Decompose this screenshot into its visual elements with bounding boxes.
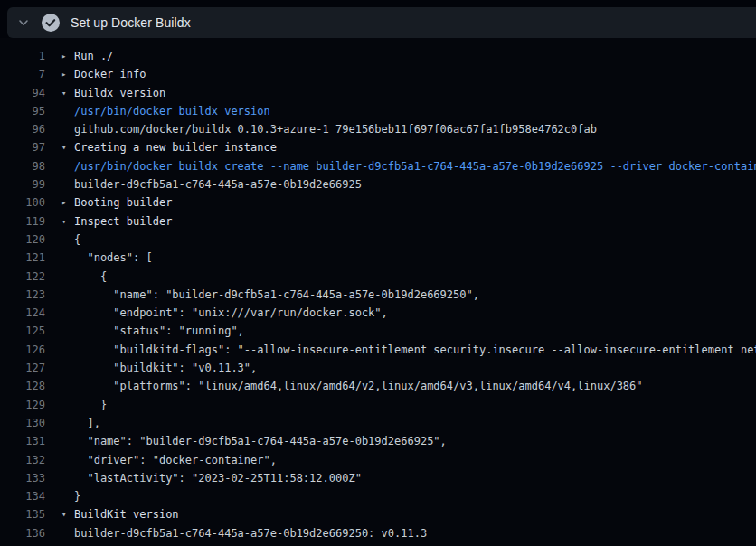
- line-number-link[interactable]: 134: [0, 487, 45, 505]
- line-number-link[interactable]: 132: [0, 451, 45, 469]
- line-number-link[interactable]: 99: [0, 175, 45, 193]
- log-line: 122 {: [0, 268, 756, 286]
- line-number-link[interactable]: 126: [0, 341, 45, 359]
- output-text: builder-d9cfb5a1-c764-445a-a57e-0b19d2e6…: [74, 175, 362, 193]
- log-line: 121 "nodes": [: [0, 249, 756, 267]
- group-title[interactable]: Creating a new builder instance: [74, 138, 277, 156]
- line-number-link[interactable]: 130: [0, 414, 45, 432]
- line-number-link[interactable]: 94: [0, 84, 45, 102]
- group-expanded-icon[interactable]: ▾: [61, 505, 74, 523]
- line-number-link[interactable]: 135: [0, 505, 45, 523]
- log-line: 96github.com/docker/buildx 0.10.3+azure-…: [0, 120, 756, 138]
- line-number-link[interactable]: 100: [0, 193, 45, 212]
- marker-spacer: [61, 451, 74, 469]
- log-line: 124 "endpoint": "unix:///var/run/docker.…: [0, 304, 756, 322]
- log-line: 135▾BuildKit version: [0, 505, 756, 523]
- log-line: 126 "buildkitd-flags": "--allow-insecure…: [0, 341, 756, 359]
- output-text: builder-d9cfb5a1-c764-445a-a57e-0b19d2e6…: [74, 524, 427, 542]
- output-text: {: [74, 231, 80, 249]
- line-number-link[interactable]: 97: [0, 138, 45, 156]
- group-expanded-icon[interactable]: ▾: [61, 84, 74, 102]
- line-number-link[interactable]: 121: [0, 249, 45, 267]
- marker-spacer: [61, 268, 74, 286]
- log-line: 94▾Buildx version: [0, 84, 756, 102]
- line-number-link[interactable]: 127: [0, 359, 45, 377]
- line-number-link[interactable]: 131: [0, 432, 45, 450]
- output-text: "driver": "docker-container",: [74, 451, 277, 469]
- line-number-link[interactable]: 133: [0, 469, 45, 487]
- log-viewer: 1▸Run ./7▸Docker info94▾Buildx version95…: [0, 38, 756, 546]
- line-number-link[interactable]: 98: [0, 157, 45, 175]
- log-line: 127 "buildkit": "v0.11.3",: [0, 359, 756, 377]
- log-line: 119▾Inspect builder: [0, 212, 756, 231]
- marker-spacer: [61, 469, 74, 487]
- group-title[interactable]: Run ./: [74, 47, 113, 65]
- output-text: ],: [74, 414, 100, 432]
- command-text: /usr/bin/docker buildx version: [74, 102, 270, 120]
- marker-spacer: [61, 487, 74, 505]
- output-text: "status": "running",: [74, 322, 244, 340]
- line-number-link[interactable]: 129: [0, 396, 45, 414]
- line-number-link[interactable]: 128: [0, 377, 45, 395]
- group-collapsed-icon[interactable]: ▸: [61, 47, 74, 65]
- check-circle-icon: [42, 14, 60, 32]
- marker-spacer: [61, 359, 74, 377]
- log-line: 128 "platforms": "linux/amd64,linux/amd6…: [0, 377, 756, 395]
- output-text: "endpoint": "unix:///var/run/docker.sock…: [74, 304, 388, 322]
- output-text: {: [74, 268, 107, 286]
- output-text: }: [74, 487, 80, 505]
- group-title[interactable]: Inspect builder: [74, 212, 172, 231]
- line-number-link[interactable]: 7: [0, 65, 45, 83]
- group-collapsed-icon[interactable]: ▸: [61, 65, 74, 83]
- line-number-link[interactable]: 136: [0, 524, 45, 542]
- marker-spacer: [61, 524, 74, 542]
- group-title[interactable]: Booting builder: [74, 193, 172, 212]
- marker-spacer: [61, 102, 74, 120]
- line-number-link[interactable]: 123: [0, 286, 45, 304]
- group-collapsed-icon[interactable]: ▸: [61, 193, 74, 212]
- line-number-link[interactable]: 119: [0, 212, 45, 231]
- log-line: 129 }: [0, 396, 756, 414]
- output-text: "name": "builder-d9cfb5a1-c764-445a-a57e…: [74, 286, 479, 304]
- marker-spacer: [61, 396, 74, 414]
- marker-spacer: [61, 286, 74, 304]
- step-header[interactable]: Set up Docker Buildx: [7, 7, 756, 38]
- line-number-link[interactable]: 125: [0, 322, 45, 340]
- line-number-link[interactable]: 124: [0, 304, 45, 322]
- line-number-link[interactable]: 120: [0, 231, 45, 249]
- log-line: 97▾Creating a new builder instance: [0, 138, 756, 156]
- group-expanded-icon[interactable]: ▾: [61, 212, 74, 231]
- marker-spacer: [61, 120, 74, 138]
- group-expanded-icon[interactable]: ▾: [61, 138, 74, 156]
- marker-spacer: [61, 175, 74, 193]
- output-text: "buildkit": "v0.11.3",: [74, 359, 257, 377]
- output-text: "name": "builder-d9cfb5a1-c764-445a-a57e…: [74, 432, 447, 450]
- marker-spacer: [61, 432, 74, 450]
- marker-spacer: [61, 304, 74, 322]
- log-line: 95/usr/bin/docker buildx version: [0, 102, 756, 120]
- log-line: 133 "lastActivity": "2023-02-25T11:58:12…: [0, 469, 756, 487]
- line-number-link[interactable]: 122: [0, 268, 45, 286]
- marker-spacer: [61, 231, 74, 249]
- group-title[interactable]: Buildx version: [74, 84, 165, 102]
- log-line: 120{: [0, 231, 756, 249]
- log-line: 136builder-d9cfb5a1-c764-445a-a57e-0b19d…: [0, 524, 756, 542]
- log-line: 134}: [0, 487, 756, 505]
- group-title[interactable]: Docker info: [74, 65, 146, 83]
- log-line: 7▸Docker info: [0, 65, 756, 83]
- command-text: /usr/bin/docker buildx create --name bui…: [74, 157, 756, 175]
- output-text: "buildkitd-flags": "--allow-insecure-ent…: [74, 341, 756, 359]
- log-line: 132 "driver": "docker-container",: [0, 451, 756, 469]
- log-line: 130 ],: [0, 414, 756, 432]
- chevron-down-icon[interactable]: [17, 16, 30, 29]
- output-text: }: [74, 396, 107, 414]
- group-title[interactable]: BuildKit version: [74, 505, 179, 523]
- marker-spacer: [61, 157, 74, 175]
- marker-spacer: [61, 249, 74, 267]
- marker-spacer: [61, 414, 74, 432]
- log-line: 99builder-d9cfb5a1-c764-445a-a57e-0b19d2…: [0, 175, 756, 193]
- line-number-link[interactable]: 95: [0, 102, 45, 120]
- line-number-link[interactable]: 96: [0, 120, 45, 138]
- output-text: "platforms": "linux/amd64,linux/amd64/v2…: [74, 377, 643, 395]
- line-number-link[interactable]: 1: [0, 47, 45, 65]
